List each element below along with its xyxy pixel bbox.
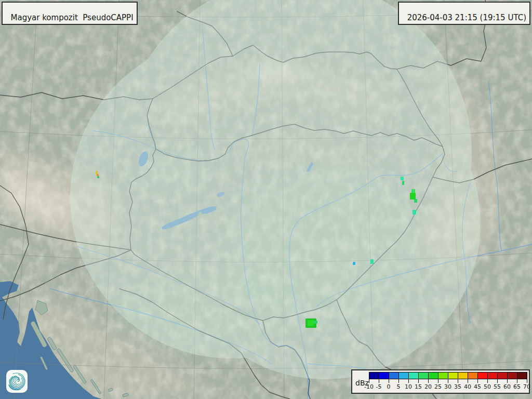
legend-color-swatch	[369, 372, 379, 379]
radar-echo	[97, 176, 99, 178]
legend-color-swatch	[428, 372, 438, 379]
legend-color-swatch	[438, 372, 448, 379]
legend-tick-label: 30	[444, 383, 451, 390]
legend-color-swatch	[468, 372, 478, 379]
radar-echo	[401, 177, 404, 180]
legend-color-swatch	[477, 372, 488, 379]
legend-tick-label: 10	[405, 383, 412, 390]
spiral-logo-icon	[6, 370, 28, 393]
radar-echo	[314, 321, 317, 324]
composite-radar-map	[0, 0, 532, 399]
legend-tick-label: 60	[503, 383, 511, 390]
legend-tick	[418, 379, 419, 383]
product-title: Magyar kompozit PseudoCAPPI	[11, 13, 134, 22]
legend-tick-label: 55	[494, 383, 501, 390]
legend-tick-label: 65	[513, 383, 521, 390]
legend-tick	[428, 379, 429, 383]
radar-echo	[97, 174, 99, 176]
legend-tick	[507, 379, 508, 383]
timestamp-box: 2026-04-03 21:15 (19:15 UTC)	[398, 2, 530, 25]
legend-tick	[487, 379, 488, 383]
legend-tick-label: -5	[376, 383, 382, 390]
legend-tick	[398, 379, 399, 383]
legend-tick-labels: -10-50510152025303540455055606570	[369, 383, 527, 391]
legend-tick	[458, 379, 458, 383]
legend-tick	[477, 379, 478, 383]
legend-color-swatch	[408, 372, 419, 379]
legend-tick	[369, 379, 369, 383]
radar-echo	[353, 262, 355, 265]
legend-tick-label: 20	[424, 383, 432, 390]
legend-tick-label: 5	[397, 383, 401, 390]
legend-tick-label: -10	[364, 383, 374, 390]
radar-viewer: Magyar kompozit PseudoCAPPI 2026-04-03 2…	[0, 0, 532, 399]
legend-ticks	[369, 379, 527, 383]
radar-echo	[96, 171, 98, 175]
legend-color-swatch	[487, 372, 498, 379]
legend-color-swatch	[398, 372, 409, 379]
legend-tick-label: 25	[434, 383, 442, 390]
legend-color-swatch	[389, 372, 399, 379]
legend-swatches	[369, 372, 527, 379]
legend-color-swatch	[448, 372, 458, 379]
legend-tick-label: 40	[464, 383, 471, 390]
dbz-color-scale-legend: dBz -10-50510152025303540455055606570	[351, 369, 530, 394]
legend-tick	[379, 379, 379, 383]
legend-tick	[389, 379, 389, 383]
product-title-box: Magyar kompozit PseudoCAPPI	[2, 2, 138, 25]
legend-tick-label: 35	[454, 383, 461, 390]
legend-tick-label: 50	[484, 383, 491, 390]
legend-color-swatch	[507, 372, 517, 379]
legend-tick-label: 45	[474, 383, 481, 390]
radar-echo	[410, 193, 416, 200]
legend-color-swatch	[418, 372, 429, 379]
timestamp: 2026-04-03 21:15 (19:15 UTC)	[407, 13, 526, 22]
legend-tick	[468, 379, 468, 383]
radar-echo	[370, 259, 374, 264]
legend-tick-label: 0	[387, 383, 391, 390]
legend-color-swatch	[458, 372, 468, 379]
legend-tick	[448, 379, 448, 383]
legend-tick	[527, 379, 527, 383]
hungaromet-logo	[6, 370, 28, 393]
legend-tick	[438, 379, 438, 383]
legend-color-swatch	[379, 372, 389, 379]
radar-echo	[308, 320, 314, 326]
radar-echo	[402, 181, 404, 185]
radar-echo	[414, 199, 417, 203]
legend-tick	[517, 379, 517, 383]
legend-color-swatch	[497, 372, 508, 379]
legend-tick-label: 15	[415, 383, 422, 390]
legend-color-swatch	[517, 372, 527, 379]
legend-tick-label: 70	[523, 383, 530, 390]
legend-tick	[408, 379, 409, 383]
legend-tick	[497, 379, 498, 383]
radar-echo	[413, 210, 416, 215]
